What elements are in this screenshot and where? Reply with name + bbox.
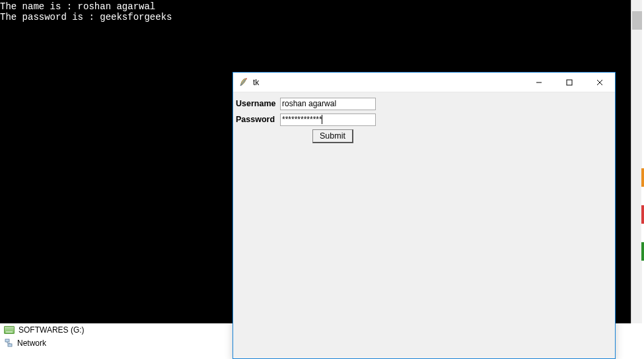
titlebar[interactable]: tk <box>233 73 615 92</box>
username-input[interactable]: roshan agarwal <box>280 98 376 110</box>
side-color-strip <box>641 168 644 261</box>
close-button[interactable] <box>585 73 615 92</box>
svg-rect-7 <box>567 80 572 85</box>
terminal-line: The name is : roshan agarwal <box>0 1 155 12</box>
drive-icon <box>4 326 15 334</box>
submit-button[interactable]: Submit <box>312 129 353 143</box>
password-value: ************* <box>282 115 322 124</box>
svg-rect-0 <box>5 339 9 342</box>
drive-label: SOFTWARES (G:) <box>18 325 85 335</box>
scrollbar-thumb[interactable] <box>632 11 642 30</box>
tk-form-body: Username roshan agarwal Password *******… <box>233 92 615 143</box>
terminal-scrollbar[interactable] <box>631 0 642 323</box>
password-row: Password ************* <box>236 112 615 127</box>
terminal-line: The password is : geeksforgeeks <box>0 12 172 22</box>
minimize-button[interactable] <box>524 73 554 92</box>
tk-feather-icon <box>238 77 249 88</box>
password-input[interactable]: ************* <box>280 114 376 126</box>
tk-window: tk Username roshan agarwal Password ****… <box>233 72 616 359</box>
network-label: Network <box>17 339 46 348</box>
username-label: Username <box>236 99 280 108</box>
maximize-button[interactable] <box>554 73 585 92</box>
username-row: Username roshan agarwal <box>236 96 615 111</box>
text-caret <box>322 115 322 124</box>
network-icon <box>4 339 13 348</box>
username-value: roshan agarwal <box>282 99 336 108</box>
window-title: tk <box>253 78 524 87</box>
submit-row: Submit <box>236 129 615 143</box>
svg-rect-1 <box>8 344 12 346</box>
password-label: Password <box>236 115 280 124</box>
